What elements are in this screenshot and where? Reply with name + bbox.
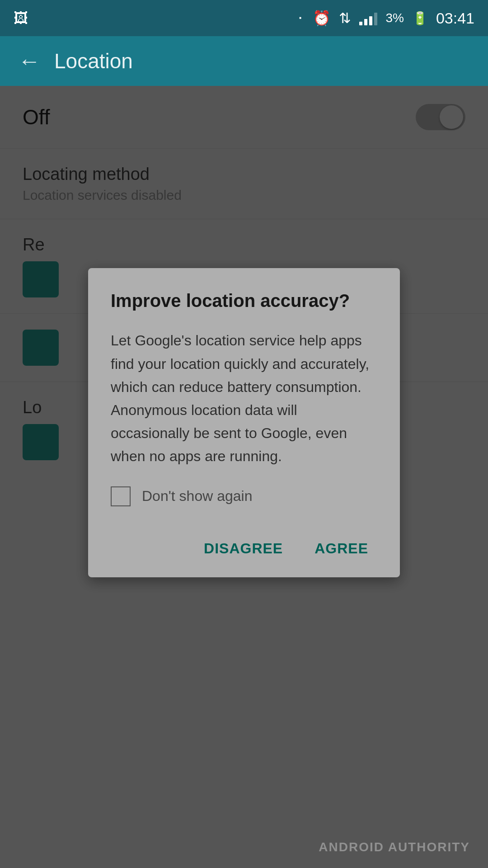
battery-percent: 3% <box>385 11 404 25</box>
dialog-overlay: Improve location accuracy? Let Google's … <box>0 86 488 868</box>
dialog-title: Improve location accuracy? <box>111 291 377 311</box>
sync-icon: ⇅ <box>339 9 351 27</box>
dialog: Improve location accuracy? Let Google's … <box>88 268 400 577</box>
status-bar-left: 🖼 <box>14 10 28 27</box>
watermark: ANDROID AUTHORITY <box>319 840 470 854</box>
photo-icon: 🖼 <box>14 10 28 27</box>
signal-icon <box>359 11 377 25</box>
dont-show-row[interactable]: Don't show again <box>111 486 377 506</box>
alarm-icon: ⏰ <box>313 9 331 27</box>
dialog-body: Let Google's location service help apps … <box>111 329 377 468</box>
dont-show-checkbox[interactable] <box>111 486 131 506</box>
app-bar: ← Location <box>0 36 488 86</box>
status-bar-right: ⬝ ⏰ ⇅ 3% 🔋 03:41 <box>296 9 474 27</box>
page-title: Location <box>54 49 133 73</box>
disagree-button[interactable]: DISAGREE <box>195 533 292 564</box>
dialog-buttons: DISAGREE AGREE <box>111 529 377 564</box>
battery-icon: 🔋 <box>412 11 428 26</box>
status-time: 03:41 <box>436 9 474 27</box>
dont-show-label: Don't show again <box>142 488 252 505</box>
bluetooth-icon: ⬝ <box>296 10 305 27</box>
agree-button[interactable]: AGREE <box>305 533 377 564</box>
status-bar: 🖼 ⬝ ⏰ ⇅ 3% 🔋 03:41 <box>0 0 488 36</box>
main-content: Off Locating method Location services di… <box>0 86 488 868</box>
back-button[interactable]: ← <box>18 48 41 74</box>
